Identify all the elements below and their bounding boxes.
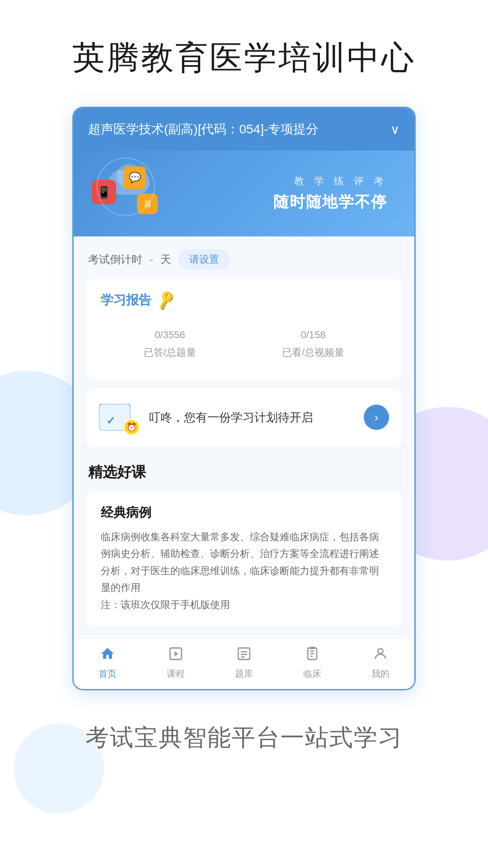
svg-point-11 [378,649,383,654]
banner-subtitle: 教 学 练 评 考 [182,175,387,188]
content-area: 考试倒计时 - 天 请设置 学习报告 🔑 0/3556 已答/总题量 [74,236,414,638]
list-icon [236,646,252,665]
nav-label-clinical: 临床 [303,668,321,680]
calendar-check: ✓ [106,415,115,427]
plan-arrow-button[interactable]: › [364,405,389,430]
countdown-dash: - [150,253,153,266]
svg-marker-1 [174,651,178,656]
study-report-card: 学习报告 🔑 0/3556 已答/总题量 0/158 已看/总视频量 [86,279,402,379]
countdown-label: 考试倒计时 [88,252,142,267]
course-title: 超声医学技术(副高)[代码：054]-专项提分 [88,121,385,138]
bottom-nav: 首页 课程 [74,638,414,689]
study-plan-banner[interactable]: ✓ ⏰ 叮咚，您有一份学习计划待开启 › [86,388,402,446]
header-bar[interactable]: 超声医学技术(副高)[代码：054]-专项提分 ∨ [74,108,414,151]
plan-icon: ✓ ⏰ [99,399,140,435]
banner-main-text: 随时随地学不停 [182,192,387,212]
clock-icon: ⏰ [123,419,140,435]
svg-rect-10 [310,646,314,649]
watched-count: 0/158 [282,323,344,342]
featured-section-title: 精选好课 [86,455,402,491]
course-name: 经典病例 [101,504,387,521]
countdown-row: 考试倒计时 - 天 请设置 [86,236,402,279]
nav-label-questionbank: 题库 [235,668,253,680]
course-card[interactable]: 经典病例 临床病例收集各科室大量常多发、综合疑难临床病症，包括各病例病史分析、辅… [86,491,402,626]
page-title: 英腾教育医学培训中心 [72,36,416,80]
countdown-unit: 天 [160,252,171,267]
key-icon: 🔑 [155,289,178,311]
nav-item-profile[interactable]: 我的 [358,646,403,680]
plan-text: 叮咚，您有一份学习计划待开启 [149,410,355,425]
chevron-down-icon[interactable]: ∨ [390,122,400,137]
dial-ring [96,157,155,216]
study-report-title: 学习报告 🔑 [101,292,387,309]
nav-label-profile: 我的 [371,668,389,680]
person-icon [373,646,388,665]
nav-item-questionbank[interactable]: 题库 [221,646,267,680]
clipboard-icon [305,646,320,665]
stats-row: 0/3556 已答/总题量 0/158 已看/总视频量 [101,320,387,367]
course-desc: 临床病例收集各科室大量常多发、综合疑难临床病症，包括各病例病史分析、辅助检查、诊… [101,528,387,613]
phone-frame: 超声医学技术(副高)[代码：054]-专项提分 ∨ 📱 💬 🖥 [72,107,416,690]
set-countdown-button[interactable]: 请设置 [178,249,230,270]
nav-label-courses: 课程 [167,668,185,680]
bottom-subtitle: 考试宝典智能平台一站式学习 [85,722,403,754]
stat-questions: 0/3556 已答/总题量 [144,323,196,359]
watched-label: 已看/总视频量 [282,346,344,359]
nav-item-home[interactable]: 首页 [85,646,130,680]
nav-item-clinical[interactable]: 临床 [290,646,335,680]
stat-videos: 0/158 已看/总视频量 [282,323,344,359]
banner-text: 教 学 练 评 考 随时随地学不停 [182,175,396,212]
answered-count: 0/3556 [144,323,196,342]
play-icon [168,646,183,665]
nav-label-home: 首页 [99,668,117,680]
nav-item-courses[interactable]: 课程 [153,646,198,680]
promo-banner: 📱 💬 🖥 教 学 练 评 考 随时随地学不停 [74,151,414,236]
answered-label: 已答/总题量 [144,346,196,359]
banner-icons: 📱 💬 🖥 [92,157,182,230]
home-icon [100,646,115,665]
